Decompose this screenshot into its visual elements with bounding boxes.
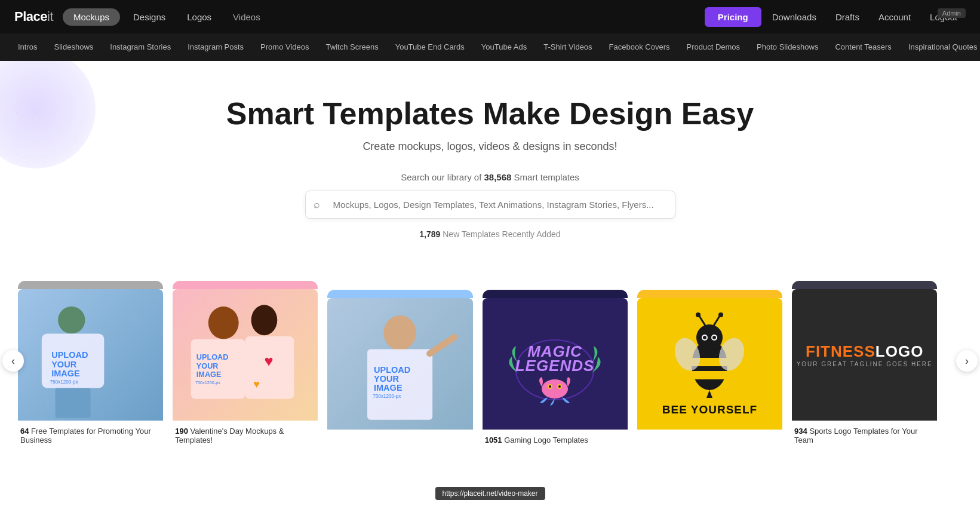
cards-row: UPLOAD YOUR IMAGE 750x1200-px 64 Free Te…	[0, 281, 980, 447]
search-icon: ⌕	[314, 198, 320, 211]
card-3-strip	[327, 290, 472, 298]
svg-marker-46	[706, 390, 712, 398]
subnav-intros[interactable]: Intros	[10, 33, 46, 61]
svg-text:750x1200-px: 750x1200-px	[50, 379, 78, 385]
card-3-image: UPLOAD YOUR IMAGE 750x1200-px	[327, 298, 472, 430]
svg-point-17	[384, 315, 417, 350]
svg-point-8	[251, 305, 278, 336]
svg-point-42	[703, 336, 706, 339]
svg-point-35	[696, 324, 723, 351]
card-5[interactable]: BEE YOURSELF BEE YOURSELF	[637, 290, 782, 447]
card-6-image: FITNESSLOGO YOUR GREAT TAGLINE GOES HERE	[792, 289, 937, 421]
subnav-youtube-end-cards[interactable]: YouTube End Cards	[387, 33, 473, 61]
card-6[interactable]: FITNESSLOGO YOUR GREAT TAGLINE GOES HERE…	[792, 281, 937, 447]
card-1-image: UPLOAD YOUR IMAGE 750x1200-px	[18, 289, 163, 421]
svg-point-7	[208, 306, 239, 339]
subnav-inspirational-quotes[interactable]: Inspirational Quotes	[900, 33, 980, 61]
svg-text:YOUR: YOUR	[374, 374, 399, 384]
admin-badge: Admin	[938, 8, 966, 18]
svg-text:YOUR: YOUR	[51, 360, 76, 369]
hero-decoration-dots: · · · · ·· · · · ·· · · · ·· · · · ·· · …	[6, 109, 50, 167]
svg-text:♥: ♥	[253, 379, 260, 391]
card-4-image: MAGIC LEGENDS	[483, 298, 628, 430]
search-box-container: ⌕	[305, 191, 675, 219]
nav-drafts[interactable]: Drafts	[827, 8, 868, 26]
svg-text:♥: ♥	[265, 352, 274, 369]
card-2[interactable]: UPLOAD YOUR IMAGE 750x1200-px ♥ ♥ 190 Va…	[173, 281, 318, 447]
card-1-strip	[18, 281, 163, 289]
subnav-youtube-ads[interactable]: YouTube Ads	[473, 33, 535, 61]
svg-point-31	[558, 385, 561, 388]
subnav-photo-slideshows[interactable]: Photo Slideshows	[748, 33, 827, 61]
card-3-caption	[327, 430, 472, 447]
svg-point-39	[718, 312, 723, 317]
sub-navigation: Intros Slideshows Instagram Stories Inst…	[0, 33, 980, 61]
svg-text:IMAGE: IMAGE	[196, 370, 222, 379]
new-templates-label: 1,789 New Templates Recently Added	[12, 229, 968, 239]
card-2-caption: 190 Valentine's Day Mockups & Templates!	[173, 421, 318, 447]
card-4-caption: 1051 Gaming Logo Templates	[483, 430, 628, 447]
subnav-product-demos[interactable]: Product Demos	[678, 33, 749, 61]
card-1-caption: 64 Free Templates for Promoting Your Bus…	[18, 421, 163, 447]
card-2-strip	[173, 281, 318, 289]
subnav-tshirt-videos[interactable]: T-Shirt Videos	[535, 33, 600, 61]
card-3[interactable]: UPLOAD YOUR IMAGE 750x1200-px	[327, 290, 472, 447]
fitness-text: FITNESSLOGO	[806, 342, 923, 361]
svg-point-43	[712, 336, 716, 339]
card-5-strip	[637, 290, 782, 298]
hero-subheadline: Create mockups, logos, videos & designs …	[12, 140, 968, 153]
svg-text:750x1200-px: 750x1200-px	[373, 394, 401, 399]
card-6-caption: 934 Sports Logo Templates for Your Team	[792, 421, 937, 447]
svg-rect-34	[692, 371, 727, 379]
search-input[interactable]	[305, 191, 675, 219]
svg-point-30	[549, 385, 551, 388]
fitness-sub: YOUR GREAT TAGLINE GOES HERE	[797, 361, 933, 367]
hero-headline: Smart Templates Make Design Easy	[12, 97, 968, 131]
svg-rect-6	[56, 388, 91, 418]
svg-text:UPLOAD: UPLOAD	[51, 351, 88, 360]
svg-text:UPLOAD: UPLOAD	[196, 352, 229, 361]
subnav-facebook-covers[interactable]: Facebook Covers	[601, 33, 678, 61]
nav-account[interactable]: Account	[870, 8, 919, 26]
svg-rect-0	[58, 306, 85, 333]
card-4-strip	[483, 290, 628, 298]
svg-line-36	[699, 316, 705, 326]
bee-yourself-logo: BEE YOURSELF BEE YOURSELF	[637, 298, 782, 430]
svg-text:LEGENDS: LEGENDS	[515, 357, 595, 375]
brand-logo[interactable]: Placeit	[14, 9, 53, 24]
svg-line-23	[430, 338, 454, 354]
subnav-instagram-posts[interactable]: Instagram Posts	[179, 33, 252, 61]
card-5-caption	[637, 430, 782, 447]
fitness-logo: FITNESSLOGO YOUR GREAT TAGLINE GOES HERE	[792, 289, 937, 421]
subnav-twitch-screens[interactable]: Twitch Screens	[318, 33, 387, 61]
card-6-strip	[792, 281, 937, 289]
top-navigation: Placeit Mockups Designs Logos Videos Adm…	[0, 0, 980, 33]
carousel-next-button[interactable]: ›	[956, 350, 978, 372]
subnav-instagram-stories[interactable]: Instagram Stories	[102, 33, 179, 61]
svg-text:UPLOAD: UPLOAD	[374, 365, 410, 375]
nav-mockups[interactable]: Mockups	[63, 8, 120, 26]
card-1[interactable]: UPLOAD YOUR IMAGE 750x1200-px 64 Free Te…	[18, 281, 163, 447]
svg-text:750x1200-px: 750x1200-px	[195, 380, 220, 385]
hero-section: · · · · ·· · · · ·· · · · ·· · · · ·· · …	[0, 61, 980, 263]
nav-logos[interactable]: Logos	[179, 8, 220, 26]
nav-downloads[interactable]: Downloads	[764, 8, 825, 26]
cards-section: ‹ UPLOAD YOUR IMAGE 750x1200-px	[0, 263, 980, 459]
svg-text:IMAGE: IMAGE	[51, 369, 80, 379]
nav-designs[interactable]: Designs	[125, 8, 174, 26]
nav-videos[interactable]: Videos	[225, 8, 269, 26]
hero-decoration-dots-right: · · · · ·· · · · ·· · · · ·· · · · ·· · …	[930, 121, 974, 163]
card-2-image: UPLOAD YOUR IMAGE 750x1200-px ♥ ♥	[173, 289, 318, 421]
magic-legends-logo: MAGIC LEGENDS	[483, 298, 628, 430]
pricing-button[interactable]: Pricing	[705, 7, 761, 27]
subnav-content-teasers[interactable]: Content Teasers	[827, 33, 899, 61]
card-5-image: BEE YOURSELF BEE YOURSELF	[637, 298, 782, 430]
card-4[interactable]: MAGIC LEGENDS	[483, 290, 628, 447]
svg-text:YOUR: YOUR	[196, 361, 219, 370]
subnav-slideshows[interactable]: Slideshows	[46, 33, 102, 61]
carousel-prev-button[interactable]: ‹	[2, 350, 24, 372]
svg-point-27	[542, 379, 568, 398]
subnav-promo-videos[interactable]: Promo Videos	[252, 33, 317, 61]
top-nav-right: Admin Pricing Downloads Drafts Account L…	[705, 7, 966, 27]
svg-text:IMAGE: IMAGE	[374, 384, 403, 393]
